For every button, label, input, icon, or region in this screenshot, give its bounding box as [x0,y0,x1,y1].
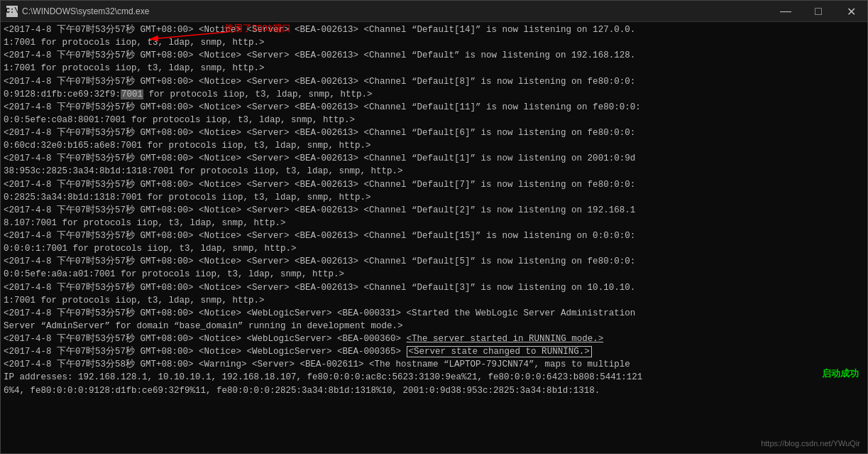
console-line: <2017-4-8 下午07时53分57秒 GMT+08:00> <Notice… [4,178,864,191]
cmd-icon: C:\ [6,6,18,17]
console-line: <2017-4-8 下午07时53分57秒 GMT+08:00> <Notice… [4,281,864,294]
console-line: 0:60cd:32e0:b165:a6e8:7001 for protocols… [4,139,864,152]
title-bar: C:\ C:\WINDOWS\system32\cmd.exe — □ ✕ [1,1,867,22]
console-line: <2017-4-8 下午07时53分57秒 GMT+08:00> <Notice… [4,101,864,114]
console-line: 38:953c:2825:3a34:8b1d:1318:7001 for pro… [4,165,864,178]
close-button[interactable]: ✕ [835,1,867,22]
console-line: <2017-4-8 下午07时53分57秒 GMT+08:00> <Notice… [4,75,864,88]
minimize-button[interactable]: — [769,1,802,22]
window-frame: C:\ C:\WINDOWS\system32\cmd.exe — □ ✕ 使用… [0,0,868,454]
console-line: <2017-4-8 下午07时53分57秒 GMT+08:00> <Notice… [4,307,864,320]
maximize-button[interactable]: □ [802,1,835,22]
console-line: 1:7001 for protocols iiop, t3, ldap, snm… [4,62,864,75]
console-line: <2017-4-8 下午07时53分58秒 GMT+08:00> <Warnin… [4,358,864,371]
console-line: 1:7001 for protocols iiop, t3, ldap, snm… [4,294,864,307]
console-line-running: <2017-4-8 下午07时53分57秒 GMT+08:00> <Notice… [4,333,864,345]
console-line: <2017-4-8 下午07时53分57秒 GMT+08:00> <Notice… [4,152,864,165]
console-line: 8.107:7001 for protocols iiop, t3, ldap,… [4,217,864,229]
console-line: 0:0:5efe:c0a8:8001:7001 for protocols ii… [4,114,864,126]
window-title: C:\WINDOWS\system32\cmd.exe [22,6,149,16]
console-line: <2017-4-8 下午07时53分57秒 GMT+08:00> <Notice… [4,255,864,268]
console-line: 6%4, fe80:0:0:0:9128:d1fb:ce69:32f9%11, … [4,384,864,397]
console-line: <2017-4-8 下午07时53分57秒 GMT+08:00> <Notice… [4,229,864,242]
console-line: 0:0:5efe:a0a:a01:7001 for protocols iiop… [4,268,864,281]
console-line: IP addresses: 192.168.128.1, 10.10.10.1,… [4,371,864,384]
console-line: <2017-4-8 下午07时53分57秒 GMT+08:00> <Notice… [4,49,864,62]
console-line: Server “AdminServer” for domain “base_do… [4,320,864,333]
console-line: 0:2825:3a34:8b1d:1318:7001 for protocols… [4,191,864,204]
console-body[interactable]: <2017-4-8 下午07时53分57秒 GMT+08:00> <Notice… [1,22,867,453]
console-line-state: <2017-4-8 下午07时53分57秒 GMT+08:00> <Notice… [4,345,864,358]
console-line: 0:0:0:1:7001 for protocols iiop, t3, lda… [4,242,864,255]
console-line: 0:9128:d1fb:ce69:32f9:7001 for protocols… [4,88,864,101]
console-line: 1:7001 for protocols iiop, t3, ldap, snm… [4,36,864,49]
console-line: <2017-4-8 下午07时53分57秒 GMT+08:00> <Notice… [4,23,864,36]
window-controls: — □ ✕ [769,1,867,22]
console-line: <2017-4-8 下午07时53分57秒 GMT+08:00> <Notice… [4,126,864,139]
console-line: <2017-4-8 下午07时53分57秒 GMT+08:00> <Notice… [4,204,864,217]
